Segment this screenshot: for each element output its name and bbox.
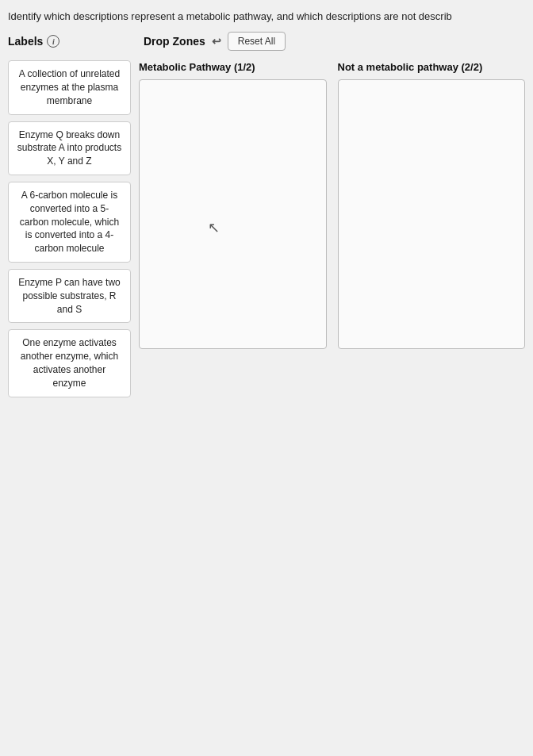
label-card-5[interactable]: One enzyme activates another enzyme, whi… <box>8 329 131 397</box>
label-card-4[interactable]: Enzyme P can have two possible substrate… <box>8 269 131 323</box>
labels-header: Labels i <box>8 35 131 48</box>
main-layout: A collection of unrelated enzymes at the… <box>8 60 525 397</box>
dropzone-title-2: Not a metabolic pathway (2/2) <box>338 60 526 75</box>
dropzone-column-1: Metabolic Pathway (1/2) ↖ <box>139 60 327 349</box>
header-row: Labels i Drop Zones ↩ Reset All <box>8 32 525 51</box>
label-card-3[interactable]: A 6-carbon molecule is converted into a … <box>8 182 131 263</box>
dropzone-column-2: Not a metabolic pathway (2/2) <box>338 60 526 349</box>
reset-all-button[interactable]: Reset All <box>228 32 286 51</box>
instruction-text: Identify which descriptions represent a … <box>8 10 525 24</box>
label-card-2[interactable]: Enzyme Q breaks down substrate A into pr… <box>8 121 131 175</box>
dropzones-area: Metabolic Pathway (1/2) ↖ Not a metaboli… <box>139 60 525 349</box>
dropzone-box-2[interactable] <box>338 79 526 349</box>
dropzones-title: Drop Zones <box>144 35 205 48</box>
dropzone-title-1: Metabolic Pathway (1/2) <box>139 60 327 75</box>
info-icon[interactable]: i <box>47 35 59 48</box>
labels-title: Labels <box>8 35 43 48</box>
labels-column: A collection of unrelated enzymes at the… <box>8 60 131 397</box>
back-arrow-icon[interactable]: ↩ <box>212 35 221 48</box>
label-card-1[interactable]: A collection of unrelated enzymes at the… <box>8 60 131 114</box>
page-container: Identify which descriptions represent a … <box>0 0 533 756</box>
dropzone-box-1[interactable]: ↖ <box>139 79 327 349</box>
cursor-indicator: ↖ <box>208 219 220 236</box>
dropzones-header: Drop Zones ↩ Reset All <box>144 32 286 51</box>
